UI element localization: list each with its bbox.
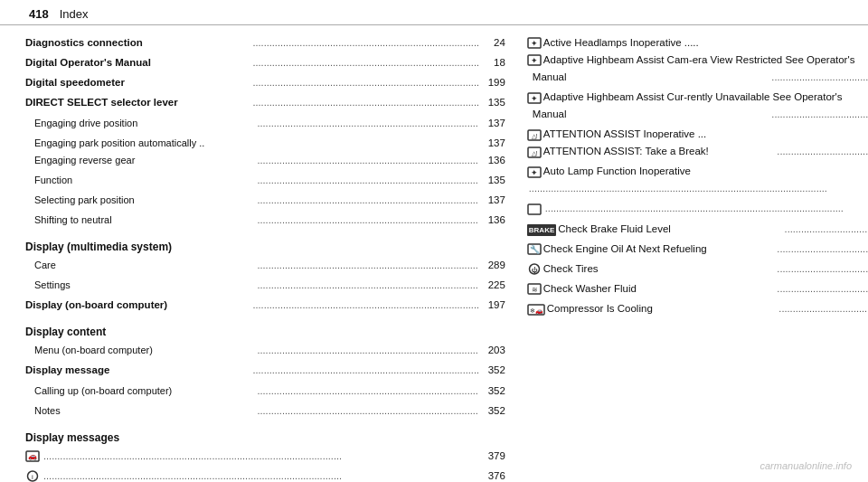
list-item: ✦ Adaptive Highbeam Assist Cur-rently Un… (527, 89, 868, 106)
entry-dots (43, 448, 478, 465)
generic-icon (527, 200, 543, 217)
entry-label: Active Headlamps Inoperative ..... (543, 34, 868, 52)
washer-icon: ≋ (527, 280, 543, 298)
entry-page: 379 (480, 448, 505, 465)
entry-page: 199 (480, 74, 505, 91)
entry-dots (778, 300, 868, 317)
list-item: ⏻ Check Tires 382 (527, 260, 868, 280)
entry-label: Shifting to neutral (25, 212, 255, 228)
entry-label: Function (25, 172, 255, 188)
section-title: Display (multimedia system) (25, 239, 505, 257)
entry-label: Selecting park position (25, 192, 255, 208)
svg-text:⏻: ⏻ (531, 267, 537, 273)
entry-dots (771, 69, 868, 86)
auto-lamp-icon: ✦ (527, 163, 543, 180)
list-item: Engaging park position automatically .. … (25, 135, 505, 152)
svg-text:✦: ✦ (531, 56, 538, 65)
entry-dots (257, 212, 477, 229)
entry-page: 225 (480, 277, 505, 294)
list-item: Notes 352 (25, 402, 505, 422)
check-tires-icon: ⏻ (527, 260, 543, 278)
entry-label: Engaging drive position (25, 115, 255, 131)
entry-dots (257, 342, 477, 359)
entry-page: 137 (480, 135, 505, 152)
adaptive-highbeam-icon-2: ✦ (527, 89, 543, 106)
entry-label: Display (on-board computer) (25, 297, 250, 314)
entry-dots (257, 115, 477, 132)
entry-dots (43, 468, 478, 482)
entry-label: Calling up (on-board computer) (25, 383, 255, 399)
entry-label: Check Washer Fluid (543, 280, 776, 298)
entry-dots (252, 54, 477, 71)
list-item: i 376 (25, 468, 505, 482)
brake-icon: BRAKE (527, 224, 556, 236)
section-title: Display messages (25, 430, 505, 448)
list-item: Diagnostics connection 24 (25, 34, 505, 54)
entry-label: Care (25, 257, 255, 273)
adaptive-highbeam-icon-1: ✦ (527, 52, 543, 69)
list-item: 🚗 379 (25, 448, 505, 468)
page-header: 418 Index (0, 0, 868, 25)
display-msg-icon-2: i (25, 468, 40, 482)
entry-dots (529, 180, 868, 197)
entry-page: 136 (480, 152, 505, 169)
entry-dots (777, 143, 868, 160)
entry-dots (252, 362, 477, 379)
entry-page: 352 (480, 362, 505, 379)
list-item: Menu (on-board computer) 203 (25, 342, 505, 362)
entry-label: ATTENTION ASSIST: Take a Break! (543, 143, 776, 160)
column-2: ✦ Active Headlamps Inoperative ..... 395… (520, 34, 868, 482)
entry-dots (252, 297, 477, 314)
entry-page: 137 (480, 115, 505, 132)
svg-text:🔧: 🔧 (529, 244, 540, 255)
list-item: Display (multimedia system) (25, 235, 505, 257)
list-item: Engaging reverse gear 136 (25, 152, 505, 172)
list-item: Manual 395 (527, 106, 868, 126)
entry-label: Auto Lamp Function Inoperative (543, 163, 868, 180)
svg-text:i: i (32, 473, 33, 481)
entry-dots (257, 257, 477, 274)
watermark: carmanualonline.info (760, 460, 852, 471)
entry-label: Manual (527, 106, 770, 123)
compressor-icon: ❄🚗 (527, 300, 547, 317)
attention-assist-icon-2: △! (527, 143, 543, 160)
entry-dots (771, 106, 868, 123)
engine-oil-icon: 🔧 (527, 241, 543, 258)
entry-label: DIRECT SELECT selector lever (25, 94, 250, 111)
list-item: Display messages (25, 426, 505, 448)
display-msg-icon-1: 🚗 (25, 448, 40, 465)
svg-text:△!: △! (531, 149, 537, 156)
entry-dots (252, 74, 477, 91)
list-item: Engaging drive position 137 (25, 115, 505, 135)
entry-label: Digital Operator's Manual (25, 54, 250, 71)
list-item: Digital Operator's Manual 18 (25, 54, 505, 74)
entry-dots (777, 260, 868, 278)
entry-dots (785, 221, 868, 238)
page-number: 418 (29, 7, 49, 21)
page-section: Index (60, 7, 89, 21)
svg-text:✦: ✦ (531, 167, 538, 176)
entry-label: Compressor Is Cooling (547, 300, 778, 317)
list-item: ✦ Auto Lamp Function Inoperative (527, 163, 868, 180)
entry-page: 135 (480, 172, 505, 189)
section-title: Display content (25, 324, 505, 342)
entry-page: 197 (480, 297, 505, 314)
entry-dots (777, 280, 868, 298)
entry-dots (252, 94, 477, 111)
list-item: Display content (25, 320, 505, 342)
active-headlamps-icon: ✦ (527, 34, 543, 52)
svg-text:✦: ✦ (531, 93, 538, 102)
entry-page: 24 (480, 34, 505, 52)
list-item: ✦ Adaptive Highbeam Assist Cam-era View … (527, 52, 868, 69)
list-item: Digital speedometer 199 (25, 74, 505, 94)
list-item: 391 (527, 200, 868, 220)
entry-label: Display message (25, 362, 250, 379)
entry-page: 352 (480, 402, 505, 420)
entry-dots (252, 34, 477, 52)
entry-label: Check Engine Oil At Next Refueling (543, 241, 776, 258)
entry-dots (257, 383, 477, 400)
entry-page: 137 (480, 192, 505, 209)
list-item: △! ATTENTION ASSIST Inoperative ... 369 (527, 126, 868, 143)
entry-dots (257, 172, 477, 189)
list-item: DIRECT SELECT selector lever 135 (25, 94, 505, 114)
